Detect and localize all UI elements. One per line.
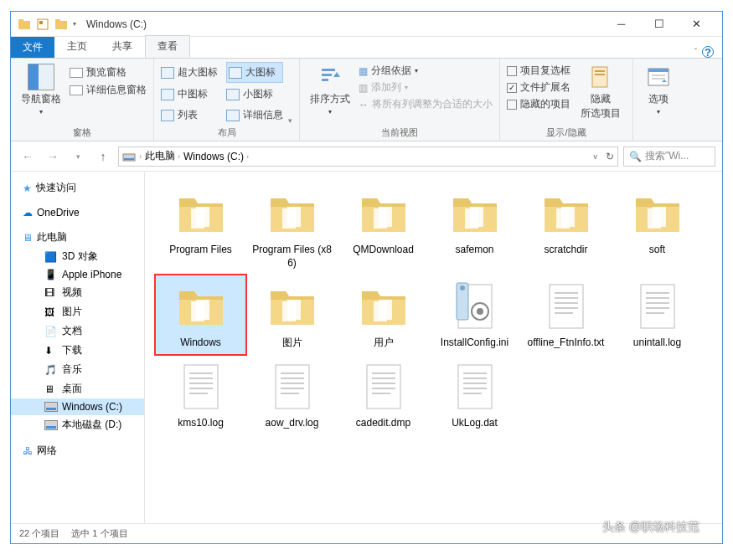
address-bar: ← → ▾ ↑ › 此电脑› Windows (C:)› v ↻ 🔍 搜索"Wi… bbox=[11, 141, 722, 172]
svg-rect-29 bbox=[653, 207, 666, 227]
file-label: QMDownload bbox=[353, 244, 414, 257]
pc-icon: 🖥 bbox=[23, 232, 33, 244]
file-item[interactable]: InstallConfig.ini bbox=[429, 275, 520, 355]
sidebar-item-icon: 📄 bbox=[44, 326, 58, 337]
file-item[interactable]: Program Files (x86) bbox=[246, 182, 338, 275]
hide-selected-button[interactable]: 隐藏 所选项目 bbox=[576, 62, 626, 125]
sidebar-item[interactable]: 本地磁盘 (D:) bbox=[11, 415, 144, 434]
sidebar-this-pc[interactable]: 🖥 此电脑 bbox=[11, 228, 144, 247]
tab-view[interactable]: 查看 bbox=[145, 35, 190, 58]
hide-icon bbox=[587, 64, 614, 90]
close-button[interactable]: ✕ bbox=[678, 12, 715, 36]
sidebar-item-label: 视频 bbox=[62, 285, 82, 300]
tab-home[interactable]: 主页 bbox=[54, 35, 100, 58]
file-label: 图片 bbox=[282, 337, 302, 350]
file-item[interactable]: safemon bbox=[429, 182, 520, 275]
folder-icon bbox=[18, 18, 31, 31]
titlebar: ▾ Windows (C:) ─ ☐ ✕ bbox=[11, 12, 722, 37]
folder-icon bbox=[174, 280, 228, 333]
sidebar-item-icon: 📱 bbox=[44, 269, 58, 280]
layout-medium[interactable]: 中图标 bbox=[161, 85, 218, 104]
svg-rect-21 bbox=[287, 207, 301, 227]
file-item[interactable]: soft bbox=[612, 182, 703, 275]
minimize-button[interactable]: ─ bbox=[602, 12, 640, 36]
file-item[interactable]: UkLog.dat bbox=[429, 355, 520, 435]
file-item[interactable]: QMDownload bbox=[338, 182, 429, 275]
sidebar-item[interactable]: 🖥桌面 bbox=[11, 379, 144, 398]
layout-large[interactable]: 大图标 bbox=[226, 62, 283, 83]
svg-rect-11 bbox=[595, 74, 605, 75]
up-button[interactable]: ↑ bbox=[93, 146, 113, 167]
maximize-button[interactable]: ☐ bbox=[640, 12, 678, 36]
svg-rect-19 bbox=[196, 207, 209, 227]
properties-icon[interactable] bbox=[36, 18, 49, 31]
network-icon: 🖧 bbox=[23, 445, 33, 457]
file-label: scratchdir bbox=[544, 244, 587, 257]
search-input[interactable]: 🔍 搜索"Wi... bbox=[623, 146, 715, 167]
tab-file[interactable]: 文件 bbox=[11, 37, 54, 58]
file-item[interactable]: scratchdir bbox=[520, 182, 612, 275]
svg-rect-3 bbox=[39, 21, 43, 24]
refresh-icon[interactable]: ↻ bbox=[606, 151, 614, 162]
svg-rect-33 bbox=[287, 300, 301, 320]
layout-more-icon[interactable]: ▾ bbox=[288, 116, 292, 125]
file-icon bbox=[174, 360, 228, 414]
breadcrumb[interactable]: › 此电脑› Windows (C:)› v ↻ bbox=[118, 146, 618, 167]
sidebar-item[interactable]: 🎵音乐 bbox=[11, 360, 144, 379]
navigation-sidebar: ★ 快速访问 ☁ OneDrive 🖥 此电脑 🟦3D 对象📱Apple iPh… bbox=[11, 172, 145, 523]
options-button[interactable]: 选项▾ bbox=[640, 62, 677, 127]
back-button[interactable]: ← bbox=[18, 146, 38, 167]
file-ext-toggle[interactable]: 文件扩展名 bbox=[507, 80, 570, 95]
file-item[interactable]: 图片 bbox=[246, 275, 338, 355]
group-by-button[interactable]: ▦分组依据▾ bbox=[359, 64, 493, 78]
crumb-pc[interactable]: 此电脑› bbox=[145, 149, 180, 163]
sidebar-item-icon: 🟦 bbox=[44, 251, 58, 263]
navigation-pane-button[interactable]: 导航窗格 ▾ bbox=[18, 62, 65, 125]
sidebar-item[interactable]: ⬇下载 bbox=[11, 341, 144, 360]
sidebar-item[interactable]: 🎞视频 bbox=[11, 283, 144, 302]
sidebar-item[interactable]: 📱Apple iPhone bbox=[11, 266, 144, 283]
sidebar-item[interactable]: 🟦3D 对象 bbox=[11, 247, 144, 266]
sidebar-onedrive[interactable]: ☁ OneDrive bbox=[11, 204, 144, 221]
addr-dropdown-icon[interactable]: v bbox=[594, 152, 598, 161]
file-item[interactable]: aow_drv.log bbox=[246, 355, 338, 435]
svg-point-40 bbox=[477, 308, 483, 315]
sidebar-item-icon: ⬇ bbox=[44, 345, 58, 357]
file-item[interactable]: Program Files bbox=[155, 182, 246, 275]
svg-rect-53 bbox=[184, 365, 218, 408]
help-icon[interactable]: ? bbox=[702, 46, 714, 58]
sidebar-item[interactable]: 🖼图片 bbox=[11, 302, 144, 321]
sidebar-item[interactable]: 📄文档 bbox=[11, 321, 144, 341]
sidebar-network[interactable]: 🖧 网络 bbox=[11, 441, 144, 460]
file-item[interactable]: cadedit.dmp bbox=[338, 355, 429, 435]
hidden-items-toggle[interactable]: 隐藏的项目 bbox=[507, 97, 570, 111]
sort-by-button[interactable]: 排序方式▾ bbox=[307, 62, 354, 125]
file-item[interactable]: 用户 bbox=[338, 275, 429, 355]
preview-pane-button[interactable]: 预览窗格 bbox=[70, 65, 147, 80]
layout-list[interactable]: 列表 bbox=[161, 105, 218, 125]
layout-small[interactable]: 小图标 bbox=[226, 85, 283, 104]
layout-extra-large[interactable]: 超大图标 bbox=[161, 62, 218, 83]
crumb-drive[interactable]: Windows (C:)› bbox=[183, 151, 249, 162]
qat-dropdown-icon[interactable]: ▾ bbox=[73, 20, 76, 28]
file-item[interactable]: Windows bbox=[155, 275, 246, 355]
file-item[interactable]: offline_FtnInfo.txt bbox=[520, 275, 612, 355]
svg-rect-13 bbox=[648, 69, 668, 72]
tab-share[interactable]: 共享 bbox=[100, 35, 145, 58]
svg-rect-8 bbox=[322, 79, 328, 81]
sidebar-quick-access[interactable]: ★ 快速访问 bbox=[11, 178, 144, 198]
folder-icon[interactable] bbox=[54, 18, 68, 31]
add-column-button: ▥添加列▾ bbox=[359, 80, 493, 95]
item-checkboxes-toggle[interactable]: 项目复选框 bbox=[507, 64, 570, 78]
recent-dropdown[interactable]: ▾ bbox=[68, 146, 88, 167]
sidebar-item[interactable]: Windows (C:) bbox=[11, 398, 144, 415]
details-pane-button[interactable]: 详细信息窗格 bbox=[70, 83, 147, 97]
window-title: Windows (C:) bbox=[86, 18, 147, 30]
group-layout-label: 布局 bbox=[161, 125, 292, 141]
ribbon-collapse-icon[interactable]: ˇ bbox=[694, 48, 697, 57]
svg-rect-41 bbox=[550, 285, 583, 328]
file-item[interactable]: kms10.log bbox=[155, 355, 246, 435]
svg-rect-35 bbox=[379, 300, 392, 320]
layout-details[interactable]: 详细信息 bbox=[226, 105, 283, 125]
file-item[interactable]: unintall.log bbox=[612, 275, 703, 355]
